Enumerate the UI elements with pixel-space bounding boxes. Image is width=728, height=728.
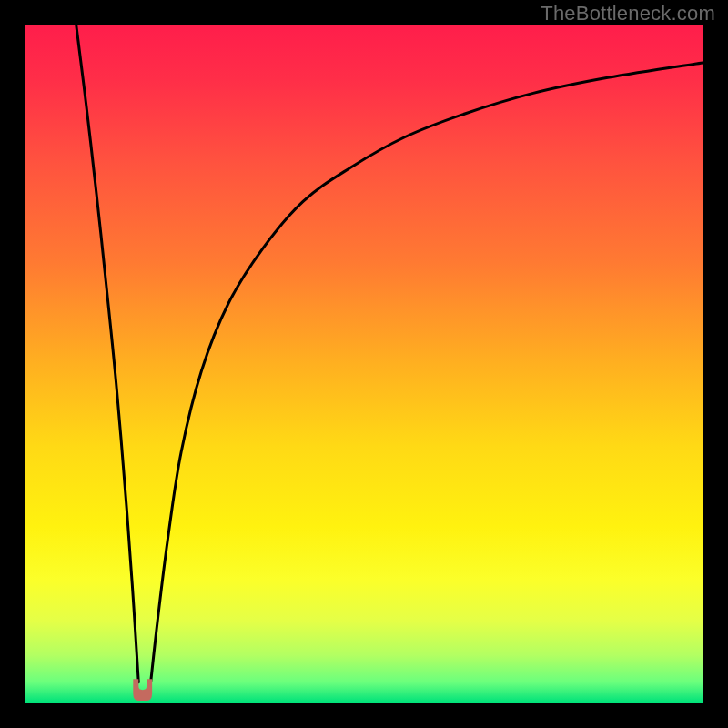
watermark-text: TheBottleneck.com <box>541 2 715 25</box>
bottleneck-plot <box>0 0 728 728</box>
plot-background <box>25 25 703 703</box>
chart-frame: TheBottleneck.com <box>0 0 728 728</box>
